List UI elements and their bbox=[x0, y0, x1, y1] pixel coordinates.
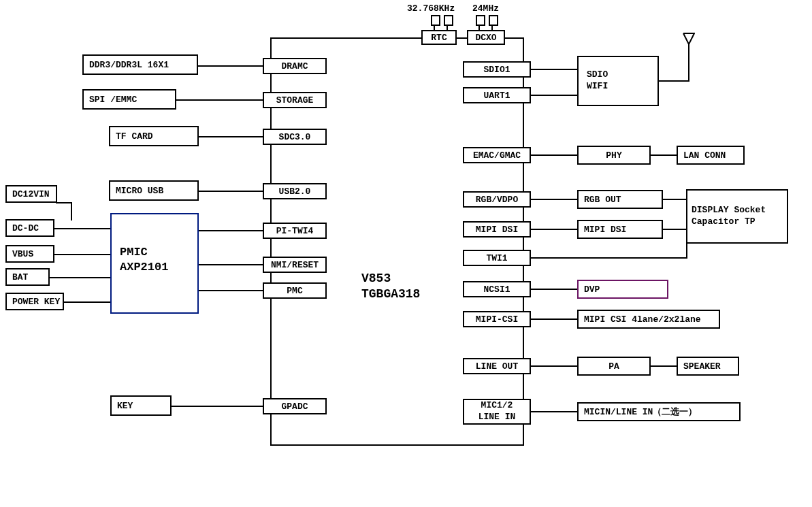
ext-bat: BAT bbox=[5, 268, 50, 286]
wire-rgbout-disp bbox=[663, 199, 687, 200]
ext-mipicsi-label: MIPI CSI 4lane/2x2lane bbox=[584, 314, 701, 325]
ext-dcdc: DC-DC bbox=[5, 219, 54, 237]
ext-display-l1: DISPLAY Socket bbox=[692, 205, 766, 216]
ext-lan: LAN CONN bbox=[677, 146, 745, 165]
ext-micin: MICIN/LINE IN（二选一） bbox=[577, 402, 741, 421]
pin-rgb-label: RGB/VDPO bbox=[476, 195, 518, 205]
pin-ncsi1: NCSI1 bbox=[463, 281, 531, 297]
soc-label: V853 TGBGA318 bbox=[361, 271, 420, 303]
pin-uart1: UART1 bbox=[463, 87, 531, 103]
pin-emac: EMAC/GMAC bbox=[463, 147, 531, 163]
crystal-dcxo-1 bbox=[476, 15, 485, 26]
wire-spi-storage bbox=[176, 99, 272, 101]
pin-gpadc-label: GPADC bbox=[281, 402, 308, 412]
ext-wifi-l2: WIFI bbox=[587, 81, 608, 93]
ext-ddr-label: DDR3/DDR3L 16X1 bbox=[89, 60, 169, 70]
ext-rgbout-label: RGB OUT bbox=[584, 195, 621, 205]
pin-twi1: TWI1 bbox=[463, 250, 531, 266]
ext-dvp-label: DVP bbox=[584, 284, 600, 295]
wire-uart1-wifi bbox=[524, 95, 579, 96]
pin-usb20-label: USB2.0 bbox=[279, 186, 311, 197]
crystal-rtc-1 bbox=[431, 15, 440, 26]
ext-pkey: POWER KEY bbox=[5, 293, 64, 310]
pin-mipidsi: MIPI DSI bbox=[463, 221, 531, 238]
antenna-icon bbox=[683, 33, 695, 45]
pin-mipidsi-label: MIPI DSI bbox=[476, 225, 518, 235]
wire-twi1-disp-v bbox=[686, 244, 687, 259]
ext-spi-emmc: SPI /EMMC bbox=[82, 89, 176, 110]
ext-mipidsi: MIPI DSI bbox=[577, 220, 663, 239]
pin-ncsi1-label: NCSI1 bbox=[483, 284, 510, 295]
wire-dcdc-pmic bbox=[54, 228, 113, 229]
pin-usb20: USB2.0 bbox=[263, 183, 327, 199]
pin-mic: MIC1/2 LINE IN bbox=[463, 399, 531, 425]
ext-musb-label: MICRO USB bbox=[116, 186, 163, 196]
pin-gpadc: GPADC bbox=[263, 398, 327, 414]
pin-mic-l2: LINE IN bbox=[478, 412, 516, 423]
wire-pmic-pitwi4 bbox=[199, 230, 272, 231]
ext-dc12: DC12VIN bbox=[5, 185, 57, 203]
wire-phy-lan bbox=[651, 154, 678, 156]
pin-mipicsi-label: MIPI-CSI bbox=[476, 314, 518, 325]
wire-bat-pmic bbox=[49, 277, 113, 278]
wire-twi1-disp bbox=[524, 257, 687, 259]
pin-pitwi4-label: PI-TWI4 bbox=[276, 226, 314, 236]
ext-mipicsi: MIPI CSI 4lane/2x2lane bbox=[577, 310, 720, 329]
ext-vbus-label: VBUS bbox=[12, 249, 33, 259]
ext-dcdc-label: DC-DC bbox=[12, 223, 39, 233]
pin-mic-l1: MIC1/2 bbox=[481, 400, 513, 412]
soc-name: V853 bbox=[361, 272, 391, 285]
wire-dc12-tee bbox=[56, 202, 72, 203]
soc-package: TGBGA318 bbox=[361, 287, 420, 301]
pin-rgb: RGB/VDPO bbox=[463, 191, 531, 208]
ext-tf-label: TF CARD bbox=[116, 131, 153, 142]
wire-mipidsi-disp bbox=[663, 229, 687, 230]
ext-vbus: VBUS bbox=[5, 245, 54, 263]
label-24mhz: 24MHz bbox=[472, 3, 499, 14]
pin-uart1-label: UART1 bbox=[483, 91, 510, 101]
crystal-dcxo-2 bbox=[489, 15, 498, 26]
wire-ddr-dramc bbox=[197, 65, 272, 67]
pin-dramc: DRAMC bbox=[263, 58, 327, 74]
pin-storage: STORAGE bbox=[263, 92, 327, 108]
wire-emac-phy bbox=[524, 154, 579, 156]
pin-sdc-label: SDC3.0 bbox=[279, 132, 311, 142]
wire-dc12-dcdc-v bbox=[71, 202, 72, 220]
ext-display-l2: Capacitor TP bbox=[692, 216, 756, 228]
pin-sdio1-label: SDIO1 bbox=[483, 65, 510, 75]
wire-mipidsi-ext bbox=[524, 229, 579, 230]
wire-rgb-rgbout bbox=[524, 199, 579, 200]
ext-dc12-label: DC12VIN bbox=[12, 189, 50, 199]
pin-pitwi4: PI-TWI4 bbox=[263, 223, 327, 239]
pin-twi1-label: TWI1 bbox=[486, 253, 507, 263]
pin-lineout-label: LINE OUT bbox=[476, 361, 518, 372]
ext-key: KEY bbox=[110, 395, 172, 416]
ext-phy-label: PHY bbox=[606, 150, 621, 161]
ext-rgbout: RGB OUT bbox=[577, 190, 663, 209]
wire-vbus-pmic bbox=[54, 254, 113, 255]
pin-rtc: RTC bbox=[421, 30, 457, 45]
wire-lineout-pa bbox=[524, 365, 579, 367]
wire-antenna-h bbox=[659, 80, 689, 82]
ext-speaker: SPEAKER bbox=[677, 357, 739, 376]
pmic-label: PMIC AXP2101 bbox=[120, 245, 168, 275]
pmic-l1: PMIC bbox=[120, 246, 148, 259]
wire-key-gpadc bbox=[172, 406, 272, 407]
pin-storage-label: STORAGE bbox=[276, 95, 314, 105]
ext-bat-label: BAT bbox=[12, 272, 28, 282]
pin-rtc-label: RTC bbox=[431, 33, 446, 43]
ext-display: DISPLAY Socket Capacitor TP bbox=[686, 189, 788, 244]
ext-wifi-l1: SDIO bbox=[587, 69, 608, 81]
pin-sdio1: SDIO1 bbox=[463, 61, 531, 78]
ext-spi-emmc-label: SPI /EMMC bbox=[89, 95, 137, 105]
ext-mipidsi-label: MIPI DSI bbox=[584, 225, 626, 235]
pin-lineout: LINE OUT bbox=[463, 358, 531, 374]
pmic-l2: AXP2101 bbox=[120, 261, 168, 274]
pin-dramc-label: DRAMC bbox=[281, 61, 308, 71]
wire-tf-sdc bbox=[199, 136, 272, 137]
wire-pmic-pmc bbox=[199, 290, 272, 291]
ext-wifi: SDIO WIFI bbox=[577, 56, 659, 106]
wire-antenna-v bbox=[688, 44, 689, 82]
pin-dcxo-label: DCXO bbox=[475, 33, 496, 43]
wire-ncsi1-dvp bbox=[524, 289, 579, 290]
